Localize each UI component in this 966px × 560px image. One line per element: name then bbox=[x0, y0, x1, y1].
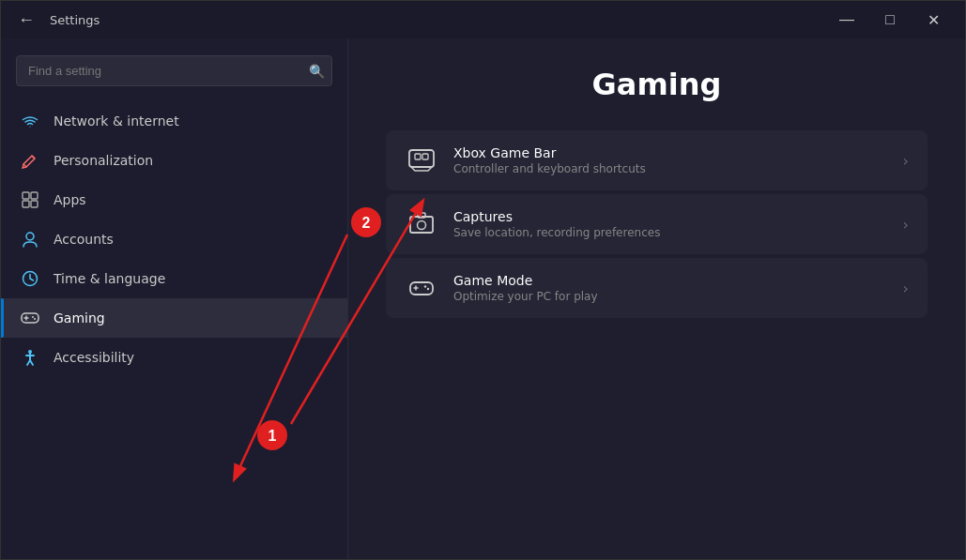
svg-rect-12 bbox=[422, 154, 428, 159]
search-icon[interactable]: 🔍 bbox=[309, 64, 325, 79]
svg-rect-13 bbox=[410, 217, 433, 233]
captures-item[interactable]: Captures Save location, recording prefer… bbox=[386, 194, 928, 254]
sidebar: 🔍 Network & internet bbox=[1, 38, 348, 559]
sidebar-item-network-label: Network & internet bbox=[54, 114, 179, 129]
xbox-game-bar-title: Xbox Game Bar bbox=[453, 145, 888, 160]
main-content: 🔍 Network & internet bbox=[1, 38, 965, 559]
personalization-icon bbox=[20, 150, 40, 171]
xbox-game-bar-subtitle: Controller and keyboard shortcuts bbox=[453, 162, 888, 175]
page-title: Gaming bbox=[386, 67, 928, 102]
sidebar-item-apps[interactable]: Apps bbox=[1, 180, 347, 219]
time-icon bbox=[20, 268, 40, 289]
window-controls: — □ ✕ bbox=[826, 6, 954, 34]
sidebar-item-accounts-label: Accounts bbox=[54, 232, 114, 247]
search-input[interactable] bbox=[16, 55, 332, 86]
captures-icon bbox=[405, 207, 438, 241]
game-mode-chevron: › bbox=[903, 280, 909, 297]
gaming-icon bbox=[20, 308, 40, 328]
xbox-game-bar-icon bbox=[405, 144, 438, 177]
sidebar-item-network[interactable]: Network & internet bbox=[1, 101, 347, 141]
game-mode-item[interactable]: Game Mode Optimize your PC for play › bbox=[386, 258, 928, 318]
svg-point-15 bbox=[418, 221, 426, 230]
svg-point-4 bbox=[26, 233, 34, 240]
captures-subtitle: Save location, recording preferences bbox=[453, 226, 888, 239]
xbox-game-bar-chevron: › bbox=[903, 152, 909, 170]
sidebar-item-accessibility[interactable]: Accessibility bbox=[1, 338, 347, 377]
sidebar-item-personalization-label: Personalization bbox=[54, 153, 153, 168]
svg-rect-2 bbox=[23, 201, 29, 207]
window-title: Settings bbox=[50, 13, 100, 27]
game-mode-title: Game Mode bbox=[453, 273, 888, 288]
game-mode-subtitle: Optimize your PC for play bbox=[453, 290, 888, 303]
sidebar-item-apps-label: Apps bbox=[54, 192, 86, 207]
back-button[interactable]: ← bbox=[12, 8, 40, 32]
settings-list: Xbox Game Bar Controller and keyboard sh… bbox=[386, 130, 928, 318]
sidebar-item-time-label: Time & language bbox=[54, 271, 165, 286]
sidebar-item-gaming-label: Gaming bbox=[54, 310, 105, 325]
maximize-button[interactable]: □ bbox=[869, 6, 911, 34]
svg-rect-10 bbox=[409, 150, 434, 167]
svg-point-17 bbox=[424, 285, 426, 287]
close-button[interactable]: ✕ bbox=[912, 6, 954, 34]
sidebar-item-accounts[interactable]: Accounts bbox=[1, 219, 347, 259]
accounts-icon bbox=[20, 229, 40, 250]
captures-chevron: › bbox=[903, 216, 909, 234]
svg-rect-1 bbox=[31, 192, 38, 199]
svg-rect-11 bbox=[415, 154, 421, 159]
game-mode-icon bbox=[405, 271, 438, 305]
svg-point-8 bbox=[34, 318, 36, 320]
captures-title: Captures bbox=[453, 209, 888, 224]
svg-rect-3 bbox=[31, 201, 38, 207]
svg-point-7 bbox=[32, 316, 34, 318]
sidebar-item-time[interactable]: Time & language bbox=[1, 259, 347, 298]
minimize-button[interactable]: — bbox=[826, 6, 867, 34]
sidebar-item-gaming[interactable]: Gaming bbox=[1, 298, 347, 338]
sidebar-item-personalization[interactable]: Personalization bbox=[1, 141, 347, 180]
svg-rect-14 bbox=[418, 213, 425, 218]
network-icon bbox=[20, 111, 40, 131]
sidebar-item-accessibility-label: Accessibility bbox=[54, 350, 134, 365]
content-area: Gaming Xbox Game bbox=[348, 38, 965, 559]
apps-icon bbox=[20, 189, 40, 210]
captures-text: Captures Save location, recording prefer… bbox=[453, 209, 888, 239]
xbox-game-bar-item[interactable]: Xbox Game Bar Controller and keyboard sh… bbox=[386, 130, 928, 190]
game-mode-text: Game Mode Optimize your PC for play bbox=[453, 273, 888, 303]
accessibility-icon bbox=[20, 347, 40, 368]
svg-point-18 bbox=[427, 288, 429, 290]
xbox-game-bar-text: Xbox Game Bar Controller and keyboard sh… bbox=[453, 145, 888, 175]
search-box: 🔍 bbox=[16, 55, 332, 86]
svg-rect-0 bbox=[23, 192, 29, 199]
titlebar: ← Settings — □ ✕ bbox=[1, 1, 965, 38]
